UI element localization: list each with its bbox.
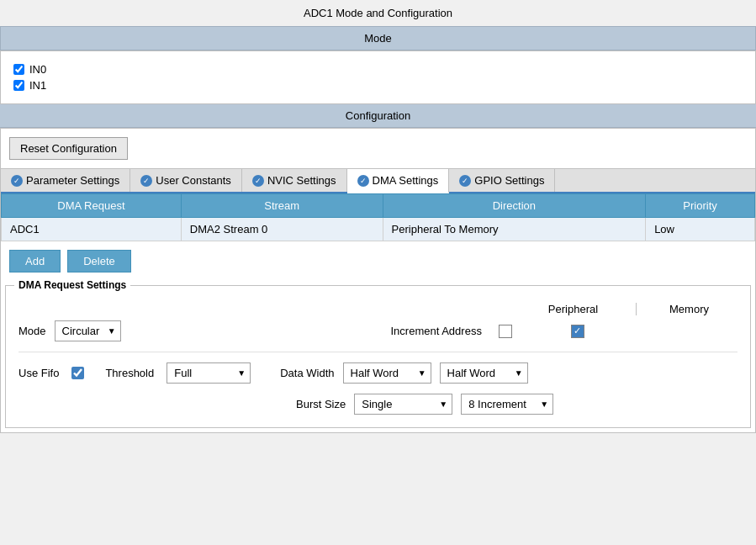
in1-checkbox[interactable] (13, 80, 24, 91)
user-check-icon: ✓ (140, 175, 152, 187)
dma-request-settings: DMA Request Settings Peripheral Memory M… (5, 285, 751, 428)
mode-label: Mode (19, 325, 46, 337)
tab-dma-label: DMA Settings (373, 174, 439, 187)
col-direction: Direction (383, 194, 646, 218)
tab-nvic-settings[interactable]: ✓ NVIC Settings (242, 169, 347, 192)
page-title: ADC1 Mode and Configuration (0, 0, 756, 26)
mode-header: Mode (0, 26, 756, 50)
in0-checkbox[interactable] (13, 64, 24, 75)
tab-user-constants[interactable]: ✓ User Constants (130, 169, 242, 192)
threshold-select[interactable]: Full Half Quarter 3 Quarter (167, 362, 251, 384)
add-button[interactable]: Add (9, 250, 61, 272)
memory-burst-select[interactable]: 8 Increment Single 4 Increment 16 Increm… (461, 394, 553, 415)
memory-inc-checkbox[interactable] (571, 325, 584, 338)
memory-column-header: Memory (669, 303, 709, 315)
cell-stream: DMA2 Stream 0 (181, 218, 383, 241)
reset-configuration-button[interactable]: Reset Configuration (9, 137, 128, 160)
use-fifo-checkbox[interactable] (71, 367, 84, 379)
col-priority: Priority (646, 194, 755, 218)
use-fifo-label: Use Fifo (19, 367, 59, 379)
peripheral-column-header: Peripheral (548, 303, 598, 315)
dma-table: DMA Request Stream Direction Priority AD… (1, 193, 755, 241)
data-width-label: Data Width (280, 367, 334, 379)
col-stream: Stream (181, 194, 383, 218)
tabs-row: ✓ Parameter Settings ✓ User Constants ✓ … (1, 168, 755, 193)
in0-label: IN0 (29, 63, 46, 76)
config-header: Configuration (0, 104, 756, 128)
dma-check-icon: ✓ (357, 175, 369, 187)
cell-request: ADC1 (2, 218, 182, 241)
peripheral-data-width-select[interactable]: Half Word Byte Word (343, 362, 431, 384)
peripheral-burst-select[interactable]: Single 4 Increments 8 Increments 16 Incr… (354, 394, 452, 415)
memory-data-width-select[interactable]: Half Word Byte Word (440, 362, 528, 384)
peripheral-inc-checkbox[interactable] (499, 325, 512, 338)
in1-label: IN1 (29, 79, 46, 92)
increment-address-label: Increment Address (391, 325, 482, 337)
tab-gpio-label: GPIO Settings (474, 174, 544, 187)
gpio-check-icon: ✓ (459, 175, 471, 187)
action-buttons: Add Delete (1, 241, 755, 281)
nvic-check-icon: ✓ (252, 175, 264, 187)
tab-dma-settings[interactable]: ✓ DMA Settings (347, 169, 450, 193)
cell-direction: Peripheral To Memory (383, 218, 646, 241)
mode-select[interactable]: Circular Normal (55, 320, 121, 341)
col-dma-request: DMA Request (2, 194, 182, 218)
burst-size-label: Burst Size (296, 398, 346, 410)
threshold-label: Threshold (105, 367, 154, 379)
tab-param-label: Parameter Settings (26, 174, 119, 187)
cell-priority: Low (646, 218, 755, 241)
tab-parameter-settings[interactable]: ✓ Parameter Settings (1, 169, 130, 192)
tab-nvic-label: NVIC Settings (267, 174, 336, 187)
param-check-icon: ✓ (11, 175, 23, 187)
settings-legend: DMA Request Settings (14, 279, 130, 291)
delete-button[interactable]: Delete (67, 250, 131, 272)
tab-user-label: User Constants (156, 174, 231, 187)
table-row[interactable]: ADC1 DMA2 Stream 0 Peripheral To Memory … (2, 218, 755, 241)
tab-gpio-settings[interactable]: ✓ GPIO Settings (449, 169, 555, 192)
